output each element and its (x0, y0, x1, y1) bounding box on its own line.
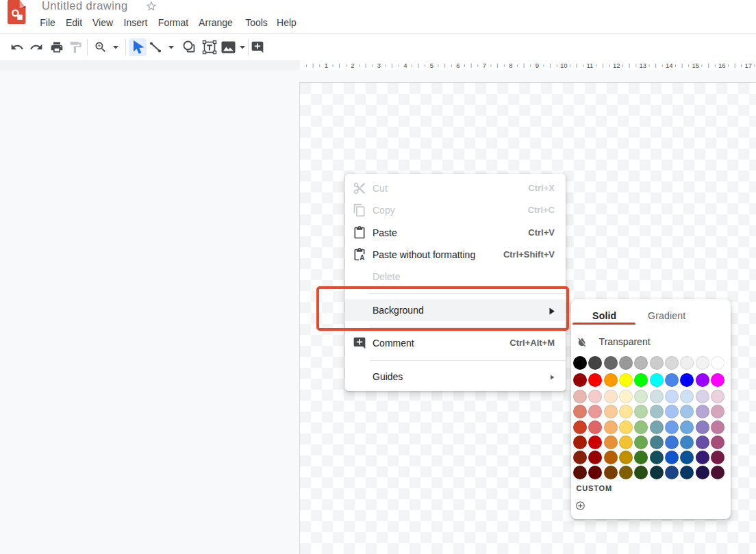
svg-text:A: A (360, 254, 364, 262)
